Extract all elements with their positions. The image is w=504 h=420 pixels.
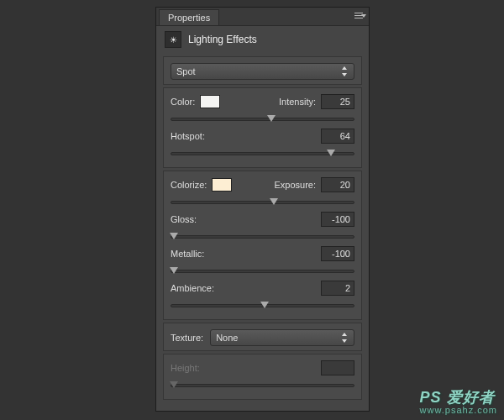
slider-track: [171, 235, 354, 239]
intensity-input[interactable]: [321, 94, 354, 109]
slider-thumb[interactable]: [170, 267, 178, 274]
slider-thumb[interactable]: [270, 198, 278, 205]
gloss-input[interactable]: [321, 212, 354, 227]
watermark: PS 爱好者 www.psahz.com: [420, 387, 497, 415]
dropdown-arrows-icon: [340, 66, 349, 77]
slider-track: [171, 118, 354, 121]
slider-track: [171, 201, 354, 204]
exposure-slider[interactable]: [171, 197, 354, 208]
colorize-label: Colorize:: [171, 180, 207, 190]
watermark-sub: www.psahz.com: [420, 405, 497, 415]
height-block: Height:: [163, 354, 362, 400]
properties-panel: Properties ☀ Lighting Effects Spot Color…: [155, 7, 370, 412]
height-slider: [171, 380, 354, 391]
panel-title: Lighting Effects: [188, 34, 257, 45]
colorize-block: Colorize: Exposure: Gloss:: [163, 171, 362, 320]
texture-block: Texture: None: [163, 323, 362, 351]
light-type-block: Spot: [163, 56, 362, 85]
height-label: Height:: [171, 363, 200, 373]
exposure-label: Exposure:: [274, 180, 316, 190]
intensity-label: Intensity:: [279, 97, 316, 107]
slider-thumb[interactable]: [267, 115, 276, 122]
exposure-input[interactable]: [321, 177, 354, 192]
ambience-input[interactable]: [321, 281, 354, 296]
slider-thumb[interactable]: [260, 302, 269, 308]
slider-thumb[interactable]: [327, 150, 335, 156]
light-type-dropdown[interactable]: Spot: [171, 63, 354, 80]
hotspot-slider[interactable]: [171, 148, 354, 160]
gloss-label: Gloss:: [171, 214, 197, 224]
metallic-slider[interactable]: [171, 265, 354, 277]
hotspot-input[interactable]: [321, 129, 354, 144]
color-swatch[interactable]: [200, 95, 220, 108]
color-intensity-block: Color: Intensity: Hotspot:: [163, 87, 362, 168]
slider-track: [171, 384, 354, 387]
panel-header: ☀ Lighting Effects: [156, 26, 369, 53]
texture-value: None: [216, 333, 238, 343]
watermark-main: PS 爱好者: [420, 389, 495, 406]
ambience-label: Ambience:: [171, 283, 214, 293]
slider-thumb[interactable]: [170, 233, 178, 239]
gloss-slider[interactable]: [171, 231, 354, 243]
panel-tabbar: Properties: [156, 8, 369, 26]
tab-properties[interactable]: Properties: [159, 9, 219, 25]
dropdown-arrows-icon: [340, 332, 349, 344]
hotspot-label: Hotspot:: [171, 131, 205, 141]
panel-menu-icon[interactable]: [352, 11, 365, 23]
metallic-label: Metallic:: [171, 249, 204, 259]
light-type-value: Spot: [176, 66, 196, 76]
metallic-input[interactable]: [321, 246, 354, 261]
intensity-slider[interactable]: [171, 113, 354, 125]
color-label: Color:: [171, 97, 195, 107]
ambience-slider[interactable]: [171, 300, 354, 312]
texture-dropdown[interactable]: None: [210, 329, 354, 346]
slider-thumb: [170, 381, 178, 388]
slider-track: [171, 270, 354, 273]
lighting-effects-icon: ☀: [165, 31, 181, 48]
colorize-swatch[interactable]: [212, 178, 232, 192]
height-input: [321, 360, 354, 375]
panel-content: Spot Color: Intensity: Hotspot:: [156, 53, 369, 411]
texture-label: Texture:: [171, 333, 203, 343]
